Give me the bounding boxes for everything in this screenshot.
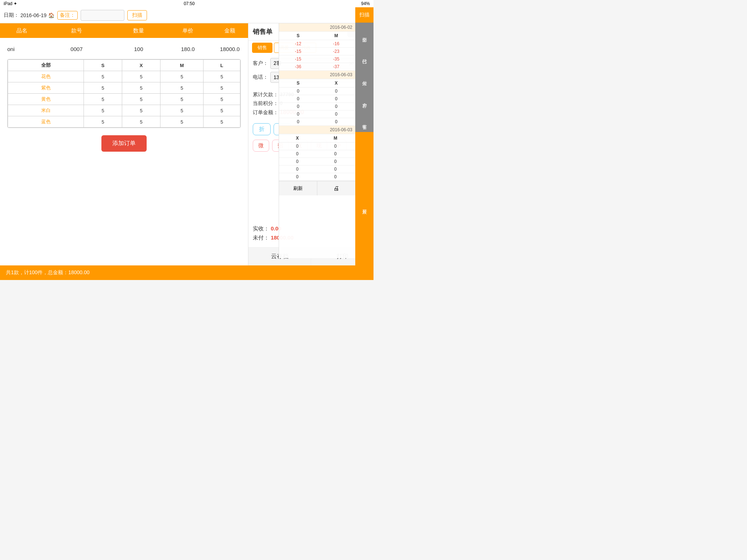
mini-table-2: S X 0000000000 xyxy=(279,79,355,126)
size-value-cell: 5 xyxy=(204,71,240,82)
mini-data-cell: -36 xyxy=(279,63,317,71)
size-value-cell: 5 xyxy=(84,82,122,94)
far-right-paid[interactable]: 已付 xyxy=(355,44,374,66)
print-icon-button[interactable]: 🖨 xyxy=(317,181,355,195)
size-value-cell: 5 xyxy=(160,94,204,105)
size-value-cell: 5 xyxy=(84,105,122,116)
mini-data-row: 00 xyxy=(279,95,355,103)
scan-button[interactable]: 扫描 xyxy=(127,10,147,20)
size-col-l: L xyxy=(204,60,240,71)
date-value: 2016-06-19 xyxy=(20,12,47,18)
size-value-cell: 5 xyxy=(122,71,160,82)
mini-data-row: 00 xyxy=(279,88,355,95)
col-amount: 金额 xyxy=(208,23,252,38)
size-value-cell: 5 xyxy=(122,116,160,128)
size-table-row[interactable]: 黄色5555 xyxy=(8,94,240,105)
size-table: 全部 S X M L 花色5555紫色5555黄色5555米白5555蓝色555… xyxy=(8,59,240,128)
phone-label: 电话： xyxy=(253,74,268,81)
unpaid-label: 未付： xyxy=(253,234,269,241)
note-input[interactable] xyxy=(81,10,124,21)
status-bar: iPad ✦ 07:50 94% xyxy=(0,0,374,7)
size-color-cell: 紫色 xyxy=(8,82,84,94)
mini-data-row: 00 xyxy=(279,103,355,110)
size-value-cell: 5 xyxy=(84,116,122,128)
cell-price: 180.0 xyxy=(168,46,208,52)
tab-sales[interactable]: 销售 xyxy=(252,43,272,53)
size-color-cell: 黄色 xyxy=(8,94,84,105)
mini-data-cell: 0 xyxy=(316,166,355,173)
mini-data-cell: -12 xyxy=(279,40,317,48)
size-table-row[interactable]: 花色5555 xyxy=(8,71,240,82)
mini-data-cell: 0 xyxy=(279,88,317,95)
size-col-m: M xyxy=(160,60,204,71)
mini-data-cell: 0 xyxy=(316,143,355,150)
mini-data-row: -15-23 xyxy=(279,48,355,55)
refresh-button[interactable]: 刷新 xyxy=(279,181,317,195)
add-order-button[interactable]: 添加订单 xyxy=(101,135,147,152)
mini-data-cell: -15 xyxy=(279,48,317,55)
mini-data-cell: 0 xyxy=(317,95,356,103)
size-col-x: X xyxy=(122,60,160,71)
mini-data-cell: -15 xyxy=(279,55,317,63)
mini-data-row: 00 xyxy=(279,158,355,166)
size-table-row[interactable]: 米白5555 xyxy=(8,105,240,116)
mini-col-m3: M xyxy=(316,134,355,143)
mini-data-row: 00 xyxy=(279,150,355,158)
mini-data-row: 00 xyxy=(279,173,355,181)
actual-label: 实收： xyxy=(253,225,269,232)
size-value-cell: 5 xyxy=(160,71,204,82)
table-row[interactable]: oni 0007 100 180.0 18000.0 xyxy=(0,42,248,56)
points-label: 当前积分： xyxy=(253,100,278,106)
status-time: 07:50 xyxy=(184,1,195,6)
calendar-icon[interactable]: 🏠 xyxy=(48,12,54,18)
mini-table-3: X M 0000000000 xyxy=(279,134,355,181)
mini-data-cell: 0 xyxy=(279,103,317,110)
cell-name: oni xyxy=(0,46,44,52)
size-value-cell: 5 xyxy=(204,105,240,116)
size-value-cell: 5 xyxy=(204,82,240,94)
mini-data-cell: -37 xyxy=(317,63,356,71)
size-value-cell: 5 xyxy=(84,94,122,105)
mini-data-cell: 0 xyxy=(279,158,316,166)
status-left: iPad ✦ xyxy=(4,1,17,6)
mini-col-x3: X xyxy=(279,134,316,143)
far-right-customer[interactable]: 客户 xyxy=(355,88,374,110)
data-table-2: 2016-06-03 S X 0000000000 xyxy=(279,71,355,126)
mini-data-cell: -16 xyxy=(317,40,356,48)
far-right-unpaid[interactable]: 未付 xyxy=(355,66,374,88)
data-date-2: 2016-06-03 xyxy=(279,71,355,79)
cell-amount: 18000.0 xyxy=(208,46,248,52)
discount-fold-button[interactable]: 折 xyxy=(253,123,271,135)
mini-table-1: S M -12-16-15-23-15-35-36-37 xyxy=(279,32,355,71)
far-right-expand[interactable]: 展开 xyxy=(355,132,374,280)
note-label: 备注： xyxy=(57,11,78,20)
data-table-3: 2016-06-03 X M 0000000000 xyxy=(279,126,355,181)
size-table-row[interactable]: 紫色5555 xyxy=(8,82,240,94)
size-value-cell: 5 xyxy=(204,94,240,105)
size-col-s: S xyxy=(84,60,122,71)
size-value-cell: 5 xyxy=(160,116,204,128)
far-right-scan[interactable]: 扫描 xyxy=(355,7,374,23)
mini-data-cell: 0 xyxy=(316,150,355,158)
mini-data-cell: 0 xyxy=(279,150,316,158)
mini-data-cell: 0 xyxy=(317,103,356,110)
status-right: 94% xyxy=(361,1,370,6)
size-col-all: 全部 xyxy=(8,60,84,71)
debt-label: 累计欠款： xyxy=(253,92,278,97)
far-right-retail[interactable]: 零售 xyxy=(355,110,374,132)
col-name: 品名 xyxy=(0,23,44,38)
table-header: 品名 款号 数量 单价 金额 xyxy=(0,23,248,38)
mini-data-cell: 0 xyxy=(279,118,317,126)
mini-data-cell: 0 xyxy=(279,173,316,181)
mini-col-x2: X xyxy=(317,79,356,88)
data-panel-footer: 刷新 🖨 xyxy=(279,181,355,195)
col-qty: 数量 xyxy=(109,23,168,38)
col-price: 单价 xyxy=(168,23,208,38)
far-right-all[interactable]: 全部 xyxy=(355,23,374,44)
size-table-row[interactable]: 蓝色5555 xyxy=(8,116,240,128)
mini-data-cell: 0 xyxy=(317,110,356,118)
size-value-cell: 5 xyxy=(122,94,160,105)
date-display: 日期： 2016-06-19 🏠 xyxy=(4,12,54,19)
pay-wechat-button[interactable]: 微 xyxy=(253,140,269,152)
mini-data-cell: -35 xyxy=(317,55,356,63)
